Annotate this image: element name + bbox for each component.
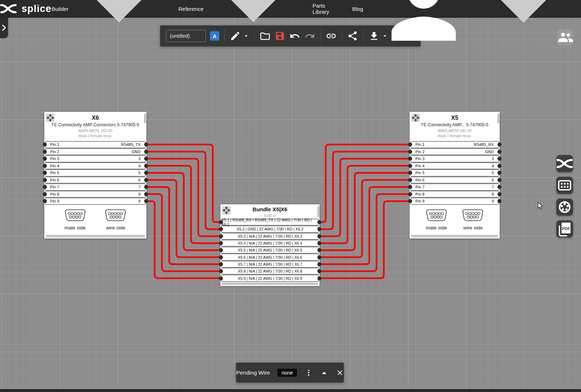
pin-dot[interactable] bbox=[144, 157, 148, 161]
wire-dot[interactable] bbox=[219, 255, 223, 259]
brand[interactable]: splice bbox=[0, 0, 52, 17]
pin-dot[interactable] bbox=[144, 199, 148, 203]
pin-row[interactable]: Pin 44 bbox=[410, 163, 499, 170]
pending-wire-menu-button[interactable] bbox=[305, 368, 313, 377]
wire-dot[interactable] bbox=[219, 234, 223, 238]
bundle-wire-row[interactable]: X5.7 | N/A | 22 AWG | 7/30 | RD | X6.7 bbox=[221, 261, 319, 268]
pin-dot[interactable] bbox=[497, 192, 501, 196]
pin-row[interactable]: Pin 77 bbox=[45, 184, 146, 191]
pending-wire-close-button[interactable] bbox=[336, 368, 344, 377]
wire-dot[interactable] bbox=[317, 248, 321, 252]
wire-dot[interactable] bbox=[317, 234, 321, 238]
pin-dot[interactable] bbox=[408, 157, 412, 161]
pin-dot[interactable] bbox=[43, 185, 47, 189]
pin-dot[interactable] bbox=[144, 164, 148, 168]
wire-dot[interactable] bbox=[219, 269, 223, 273]
wire-dot[interactable] bbox=[317, 227, 321, 231]
vertical-scrollbar[interactable] bbox=[144, 114, 146, 123]
pin-dot[interactable] bbox=[497, 164, 501, 168]
horizontal-scrollbar[interactable] bbox=[411, 235, 498, 237]
pin-dot[interactable] bbox=[43, 164, 47, 168]
horizontal-scrollbar[interactable] bbox=[46, 235, 145, 237]
wire-dot[interactable] bbox=[219, 262, 223, 266]
pin-row[interactable]: Pin 1RS485_RX bbox=[410, 141, 499, 148]
pin-dot[interactable] bbox=[43, 192, 47, 196]
pending-wire-collapse-button[interactable] bbox=[320, 368, 328, 377]
pin-row[interactable]: Pin 33 bbox=[45, 155, 146, 162]
pin-row[interactable]: Pin 1RS485_TX bbox=[45, 141, 146, 148]
pin-dot[interactable] bbox=[43, 150, 47, 154]
wire-dot[interactable] bbox=[219, 227, 223, 231]
splice-tool-button[interactable] bbox=[556, 155, 573, 172]
pin-dot[interactable] bbox=[144, 192, 148, 196]
pdf-export-button[interactable]: PDF bbox=[556, 220, 573, 237]
pin-row[interactable]: Pin 66 bbox=[410, 177, 499, 184]
bundle-block[interactable]: Bundle X5|X6 0.00 in X5.1 | RS485_RX / R… bbox=[220, 204, 320, 286]
bundle-wire-row[interactable]: X5.2 | GND | 22 AWG | 7/30 | RD | X6.2 bbox=[221, 226, 319, 232]
pin-row[interactable]: Pin 99 bbox=[410, 198, 499, 205]
pin-row[interactable]: Pin 55 bbox=[410, 170, 499, 176]
bundle-wire-row[interactable]: X5.4 | N/A | 22 AWG | 7/30 | RD | X6.4 bbox=[221, 240, 319, 246]
wire-dot[interactable] bbox=[317, 255, 321, 259]
pin-dot[interactable] bbox=[43, 157, 47, 161]
pin-dot[interactable] bbox=[497, 171, 501, 175]
pin-dot[interactable] bbox=[408, 185, 412, 189]
pin-dot[interactable] bbox=[497, 157, 501, 161]
pin-row[interactable]: Pin 2GND bbox=[45, 148, 146, 155]
pin-row[interactable]: Pin 66 bbox=[45, 177, 146, 184]
pin-row[interactable]: Pin 2GND bbox=[410, 148, 499, 155]
wirelist-table-button[interactable] bbox=[556, 177, 573, 194]
bundle-wire-row[interactable]: X5.5 | N/A | 22 AWG | 7/30 | RD | X6.5 bbox=[221, 247, 319, 253]
pin-dot[interactable] bbox=[144, 150, 148, 154]
pin-dot[interactable] bbox=[497, 199, 501, 203]
move-handle[interactable] bbox=[411, 114, 420, 122]
pin-dot[interactable] bbox=[408, 171, 412, 175]
sidebar-expand-button[interactable] bbox=[0, 17, 8, 38]
nav-item-builder[interactable]: Builder bbox=[52, 0, 166, 56]
pin-row[interactable]: Pin 33 bbox=[410, 155, 499, 162]
pin-dot[interactable] bbox=[144, 178, 148, 182]
wire-dot[interactable] bbox=[317, 269, 321, 273]
connector-block-x6[interactable]: X6 TE Connectivity AMP Connectors 5-7479… bbox=[44, 112, 146, 238]
pin-dot[interactable] bbox=[43, 143, 47, 147]
wire-dot[interactable] bbox=[219, 220, 223, 224]
pin-dot[interactable] bbox=[144, 143, 148, 147]
pin-dot[interactable] bbox=[497, 185, 501, 189]
splice-logo-icon[interactable] bbox=[0, 0, 17, 17]
pin-dot[interactable] bbox=[43, 171, 47, 175]
pin-row[interactable]: Pin 55 bbox=[45, 170, 146, 176]
bundle-wire-row[interactable]: X5.3 | N/A | 22 AWG | 7/30 | RD | X6.3 bbox=[221, 233, 319, 240]
bundle-wire-row[interactable]: X5.1 | RS485_RX / RS485_TX | 22 AWG | 7/… bbox=[221, 219, 319, 225]
pin-dot[interactable] bbox=[497, 178, 501, 182]
bundle-wire-row[interactable]: X5.6 | N/A | 22 AWG | 7/30 | RD | X6.6 bbox=[221, 254, 319, 260]
nav-item-parts-library[interactable]: Parts Library bbox=[313, 3, 340, 15]
bundle-wire-row[interactable]: X5.9 | N/A | 22 AWG | 7/30 | RD | X6.9 bbox=[221, 275, 319, 281]
vertical-scrollbar[interactable] bbox=[497, 114, 499, 123]
pin-dot[interactable] bbox=[497, 150, 501, 154]
account-menu[interactable] bbox=[375, 0, 572, 57]
connector-block-x5[interactable]: X5 TE Connectivity AMP... 5-747905-5 AMP… bbox=[410, 112, 500, 238]
brand-name[interactable]: splice bbox=[21, 3, 52, 15]
pin-dot[interactable] bbox=[497, 143, 501, 147]
pin-row[interactable]: Pin 77 bbox=[410, 184, 499, 191]
wire-dot[interactable] bbox=[317, 241, 321, 245]
wire-dot[interactable] bbox=[317, 220, 321, 224]
move-handle[interactable] bbox=[46, 114, 54, 122]
pin-dot[interactable] bbox=[408, 164, 412, 168]
wire-dot[interactable] bbox=[219, 241, 223, 245]
connector-view-button[interactable] bbox=[556, 199, 573, 216]
pin-row[interactable]: Pin 88 bbox=[410, 191, 499, 198]
move-handle[interactable] bbox=[222, 206, 231, 215]
nav-item-blog[interactable]: Blog bbox=[352, 6, 363, 12]
pin-row[interactable]: Pin 88 bbox=[45, 191, 146, 198]
wire-dot[interactable] bbox=[317, 262, 321, 266]
wire-dot[interactable] bbox=[317, 276, 321, 280]
bundle-wire-row[interactable]: X5.8 | N/A | 22 AWG | 7/30 | RD | X6.8 bbox=[221, 268, 319, 274]
wire-dot[interactable] bbox=[219, 248, 223, 252]
pin-dot[interactable] bbox=[144, 185, 148, 189]
pin-dot[interactable] bbox=[408, 199, 412, 203]
pin-dot[interactable] bbox=[408, 192, 412, 196]
pin-row[interactable]: Pin 99 bbox=[45, 198, 146, 205]
wire-dot[interactable] bbox=[219, 276, 223, 280]
horizontal-scrollbar[interactable] bbox=[222, 282, 318, 285]
